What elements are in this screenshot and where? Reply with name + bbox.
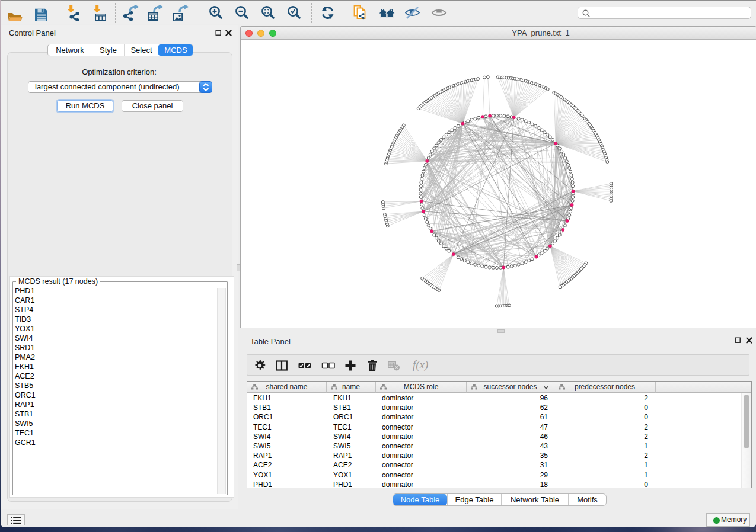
svg-text:f(x): f(x) [413,358,428,371]
